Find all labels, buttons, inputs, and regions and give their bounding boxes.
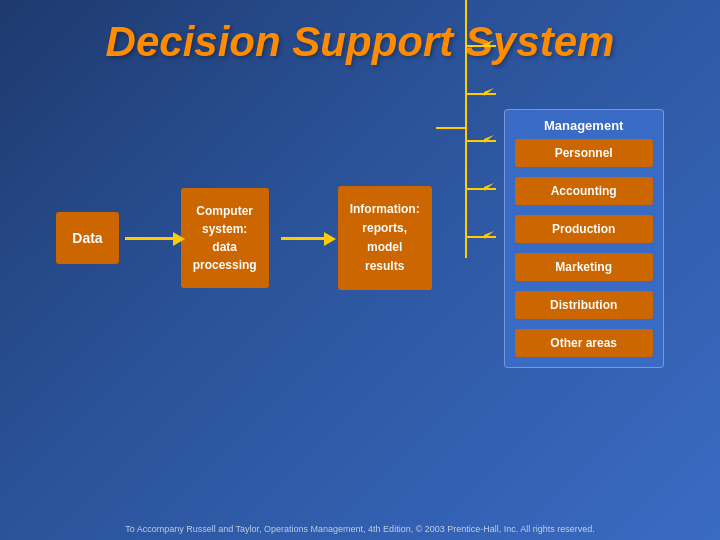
management-box: Management Personnel Accounting Producti… (504, 109, 664, 368)
output-distribution: Distribution (515, 291, 653, 319)
computer-system-box: Computer system: data processing (181, 188, 269, 288)
output-personnel: Personnel (515, 139, 653, 167)
output-production: Production (515, 215, 653, 243)
information-box: Information: reports, model results (338, 186, 432, 291)
data-box: Data (56, 212, 118, 264)
arrow-2 (281, 237, 326, 240)
title: Decision Support System (0, 0, 720, 66)
connector-lines (436, 0, 496, 278)
arrow-1 (125, 237, 175, 240)
output-marketing: Marketing (515, 253, 653, 281)
footer-text: To Accompany Russell and Taylor, Operati… (0, 524, 720, 534)
output-other-areas: Other areas (515, 329, 653, 357)
management-label: Management (515, 118, 653, 133)
output-accounting: Accounting (515, 177, 653, 205)
